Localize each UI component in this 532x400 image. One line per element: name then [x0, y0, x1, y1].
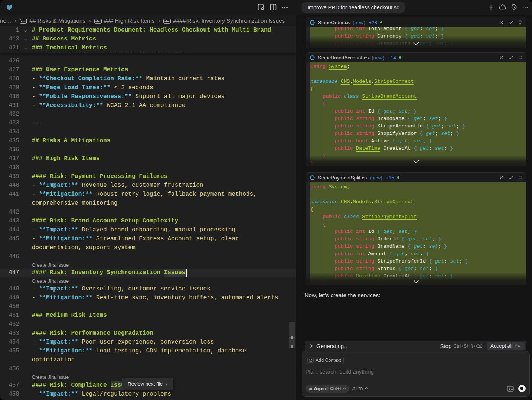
svg-text:abc: abc	[21, 20, 26, 23]
svg-text:abc: abc	[95, 20, 101, 23]
svg-text:abc: abc	[164, 20, 170, 23]
